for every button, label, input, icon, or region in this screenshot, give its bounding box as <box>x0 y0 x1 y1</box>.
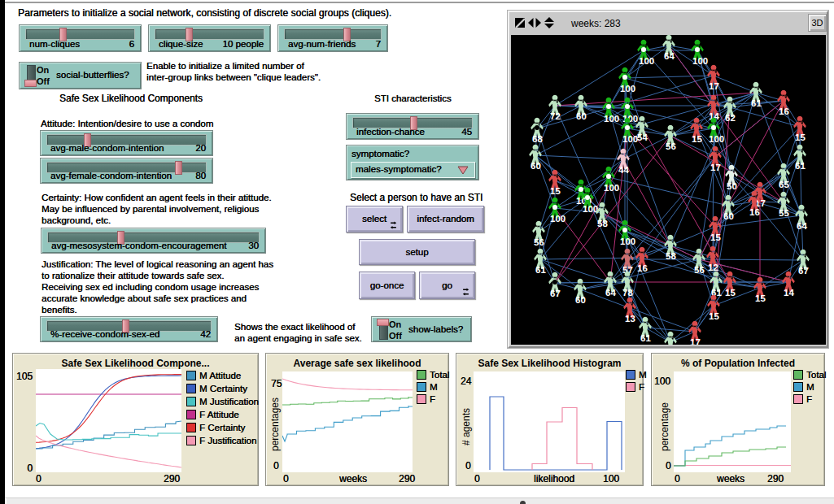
svg-text:61: 61 <box>640 333 651 343</box>
svg-text:64: 64 <box>605 288 616 298</box>
svg-text:12: 12 <box>708 263 718 272</box>
svg-text:100: 100 <box>620 237 635 246</box>
svg-text:62: 62 <box>725 113 736 123</box>
svg-text:61: 61 <box>751 98 762 108</box>
svg-text:15: 15 <box>692 134 702 144</box>
svg-text:64: 64 <box>664 51 675 61</box>
svg-text:16: 16 <box>749 207 760 217</box>
svg-text:17: 17 <box>709 81 719 91</box>
svg-text:56: 56 <box>694 265 705 275</box>
svg-text:61: 61 <box>795 161 806 171</box>
svg-text:17: 17 <box>710 163 721 172</box>
svg-text:16: 16 <box>779 106 789 116</box>
svg-text:60: 60 <box>575 295 586 305</box>
svg-text:64: 64 <box>797 221 807 231</box>
svg-text:56: 56 <box>534 237 544 247</box>
svg-text:50: 50 <box>727 181 737 191</box>
svg-text:100: 100 <box>639 56 654 66</box>
svg-text:55: 55 <box>779 208 789 218</box>
svg-text:15: 15 <box>755 293 766 303</box>
svg-text:58: 58 <box>597 219 608 228</box>
svg-text:100: 100 <box>620 84 635 93</box>
svg-text:15: 15 <box>709 311 719 321</box>
svg-text:100: 100 <box>622 114 638 124</box>
svg-text:16: 16 <box>637 263 648 273</box>
svg-text:15: 15 <box>710 232 721 242</box>
svg-text:58: 58 <box>666 251 676 261</box>
svg-text:15: 15 <box>725 288 736 298</box>
svg-text:44: 44 <box>618 165 629 175</box>
svg-text:100: 100 <box>604 183 619 193</box>
svg-text:60: 60 <box>576 111 587 121</box>
svg-text:72: 72 <box>550 111 561 121</box>
svg-text:14: 14 <box>784 288 794 298</box>
svg-text:15: 15 <box>550 186 561 196</box>
svg-text:100: 100 <box>604 114 619 124</box>
svg-text:54: 54 <box>637 133 648 142</box>
svg-text:17: 17 <box>690 337 701 345</box>
svg-text:100: 100 <box>709 134 724 144</box>
svg-text:60: 60 <box>723 211 734 221</box>
svg-text:13: 13 <box>625 314 635 324</box>
svg-text:78: 78 <box>622 288 633 298</box>
svg-text:100: 100 <box>692 56 708 66</box>
svg-text:100: 100 <box>622 134 638 144</box>
svg-text:61: 61 <box>535 265 546 275</box>
svg-text:67: 67 <box>798 266 809 276</box>
svg-text:60: 60 <box>531 161 541 171</box>
svg-text:67: 67 <box>550 289 561 298</box>
svg-text:15: 15 <box>795 133 806 142</box>
svg-text:68: 68 <box>532 134 543 144</box>
svg-text:65: 65 <box>779 180 789 189</box>
svg-text:56: 56 <box>666 141 676 151</box>
svg-text:100: 100 <box>550 214 565 224</box>
